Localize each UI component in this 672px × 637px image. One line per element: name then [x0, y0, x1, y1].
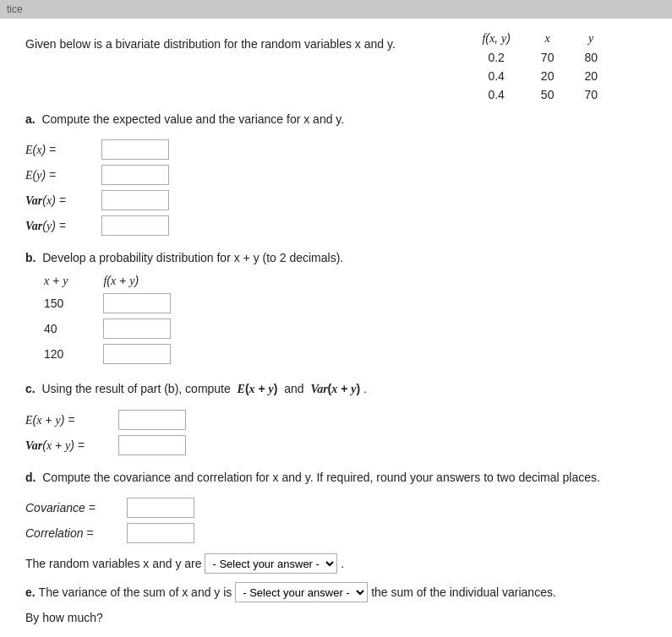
part-a-text: Compute the expected value and the varia…	[41, 112, 344, 126]
section-e: e. The variance of the sum of x and y is…	[25, 582, 647, 624]
part-e-label: e.	[25, 585, 36, 599]
ey-input[interactable]	[101, 165, 169, 185]
corr-row: Correlation =	[25, 523, 647, 543]
part-b-text: Develop a probability distribution for x…	[42, 251, 343, 264]
b-row-120: 120	[34, 341, 181, 367]
part-c-description: c. Using the result of part (b), compute…	[25, 382, 647, 396]
section-b: b. Develop a probability distribution fo…	[25, 251, 647, 367]
vary-input[interactable]	[101, 215, 169, 236]
corr-input[interactable]	[127, 523, 194, 543]
row1-fxy: 0.2	[467, 48, 525, 67]
vary-label: Var(y) =	[25, 219, 101, 233]
row1-x: 70	[526, 48, 570, 67]
row3-y: 70	[569, 85, 613, 104]
exy-label: E(x + y) =	[25, 413, 118, 427]
ex-input[interactable]	[101, 139, 169, 160]
part-b-description: b. Develop a probability distribution fo…	[25, 251, 647, 264]
row1-y: 80	[569, 48, 613, 67]
row2-fxy: 0.4	[467, 67, 525, 85]
part-b-label: b.	[25, 251, 36, 264]
varxy-input[interactable]	[118, 435, 186, 455]
b-val-40: 40	[34, 316, 78, 341]
col-header-y: y	[569, 29, 613, 48]
part-c-label: c.	[25, 382, 36, 395]
b-input-40-field[interactable]	[103, 318, 171, 339]
b-row-150: 150	[34, 291, 181, 316]
b-input-150[interactable]	[78, 291, 181, 316]
section-a: a. Compute the expected value and the va…	[25, 112, 647, 236]
by-how-much-text: By how much?	[25, 611, 647, 624]
part-c-pre: Using the result of part (b), compute	[41, 382, 230, 395]
random-vars-post: .	[341, 557, 344, 570]
b-row-40: 40	[34, 316, 181, 341]
b-val-150: 150	[34, 291, 78, 316]
cov-input[interactable]	[127, 498, 194, 518]
part-c-post: .	[363, 382, 367, 395]
ex-row: E(x) =	[25, 139, 647, 160]
corr-label: Correlation =	[25, 526, 127, 540]
exy-input[interactable]	[118, 410, 186, 430]
varx-row: Var(x) =	[25, 190, 647, 210]
ey-row: E(y) =	[25, 165, 647, 185]
section-c: c. Using the result of part (b), compute…	[25, 382, 647, 455]
top-bar-label: tice	[7, 3, 23, 15]
b-col1-header: x + y	[34, 271, 78, 291]
varxy-label: Var(x + y) =	[25, 438, 118, 453]
b-col2-header: f(x + y)	[78, 271, 181, 291]
varx-label: Var(x) =	[25, 193, 101, 208]
random-vars-select[interactable]: - Select your answer - positively relate…	[205, 553, 337, 574]
b-input-150-field[interactable]	[103, 293, 171, 313]
part-d-label: d.	[25, 471, 36, 484]
section-d: d. Compute the covariance and correlatio…	[25, 471, 647, 543]
part-e-select[interactable]: - Select your answer - equal to greater …	[235, 582, 368, 602]
part-b-table: x + y f(x + y) 150 40 120	[34, 271, 647, 367]
part-a-description: a. Compute the expected value and the va…	[25, 112, 647, 126]
part-e-pre: The variance of the sum of x and y is	[39, 585, 232, 599]
b-input-120[interactable]	[78, 341, 181, 367]
ey-label: E(y) =	[25, 168, 101, 182]
b-input-40[interactable]	[78, 316, 181, 341]
exy-row: E(x + y) =	[25, 410, 647, 430]
varx-input[interactable]	[101, 190, 169, 210]
ex-label: E(x) =	[25, 143, 101, 157]
col-header-fxy: f(x, y)	[467, 29, 525, 48]
distribution-table: f(x, y) x y 0.2 70 80 0.4 20 20	[467, 29, 613, 104]
row3-x: 50	[526, 85, 570, 104]
part-a-label: a.	[25, 112, 36, 126]
col-header-x: x	[526, 29, 570, 48]
row3-fxy: 0.4	[467, 85, 525, 104]
part-e-post: the sum of the individual variances.	[371, 585, 556, 599]
b-val-120: 120	[34, 341, 78, 367]
random-vars-pre: The random variables x and y are	[25, 557, 202, 570]
cov-row: Covariance =	[25, 498, 647, 518]
part-c-and: and	[284, 382, 303, 395]
part-d-description: d. Compute the covariance and correlatio…	[25, 471, 647, 484]
cov-label: Covariance =	[25, 501, 127, 514]
varxy-row: Var(x + y) =	[25, 435, 647, 455]
random-vars-row: The random variables x and y are - Selec…	[25, 553, 647, 574]
part-d-text: Compute the covariance and correlation f…	[42, 471, 600, 484]
row2-y: 20	[569, 67, 613, 85]
vary-row: Var(y) =	[25, 215, 647, 236]
b-input-120-field[interactable]	[103, 344, 171, 364]
row2-x: 20	[526, 67, 570, 85]
